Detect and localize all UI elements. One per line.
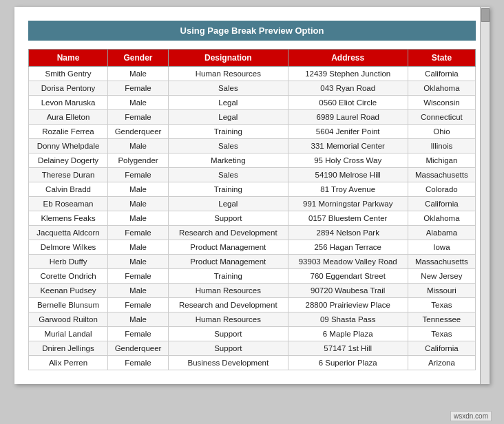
table-cell: Human Resources (169, 67, 288, 81)
table-row: Dorisa PentonyFemaleSales043 Ryan RoadOk… (29, 81, 476, 96)
table-cell: 93903 Meadow Valley Road (288, 255, 408, 269)
col-header-designation: Designation (169, 50, 288, 67)
table-cell: 54190 Melrose Hill (288, 168, 408, 182)
table-cell: Human Resources (169, 284, 288, 298)
table-cell: Alix Perren (29, 356, 108, 370)
table-cell: Training (169, 125, 288, 139)
table-row: Bernelle BlunsumFemaleResearch and Devel… (29, 298, 476, 312)
table-cell: Sales (169, 81, 288, 96)
table-row: Eb RoseamanMaleLegal991 Morningstar Park… (29, 197, 476, 211)
table-cell: 0157 Bluestem Center (288, 211, 408, 226)
table-cell: 331 Memorial Center (288, 139, 408, 153)
table-cell: Male (108, 67, 169, 81)
col-header-state: State (408, 50, 475, 67)
table-row: Klemens FeaksMaleSupport0157 Bluestem Ce… (29, 211, 476, 226)
table-cell: Marketing (169, 153, 288, 168)
table-cell: Research and Development (169, 226, 288, 240)
table-cell: 760 Eggendart Street (288, 269, 408, 284)
table-cell: Female (108, 81, 169, 96)
table-cell: Therese Duran (29, 168, 108, 182)
table-cell: 95 Holy Cross Way (288, 153, 408, 168)
table-cell: Male (108, 240, 169, 255)
table-cell: Product Management (169, 255, 288, 269)
table-cell: Legal (169, 197, 288, 211)
page-title: Using Page Break Preview Option (28, 21, 476, 41)
table-cell: Business Development (169, 356, 288, 370)
table-cell: Female (108, 269, 169, 284)
table-cell: Massachusetts (408, 255, 475, 269)
table-cell: Oklahoma (408, 211, 475, 226)
table-cell: 09 Shasta Pass (288, 312, 408, 327)
page-container: Using Page Break Preview Option Name Gen… (14, 7, 490, 384)
table-cell: Sales (169, 168, 288, 182)
table-cell: Male (108, 284, 169, 298)
table-row: Keenan PudseyMaleHuman Resources90720 Wa… (29, 284, 476, 298)
table-cell: Support (169, 211, 288, 226)
table-row: Murial LandalFemaleSupport6 Maple PlazaT… (29, 327, 476, 341)
table-row: Garwood RuiltonMaleHuman Resources09 Sha… (29, 312, 476, 327)
table-cell: Human Resources (169, 312, 288, 327)
table-cell: California (408, 67, 475, 81)
table-cell: 6 Superior Plaza (288, 356, 408, 370)
table-row: Delainey DogertyPolygenderMarketing95 Ho… (29, 153, 476, 168)
table-cell: Garwood Ruilton (29, 312, 108, 327)
table-cell: California (408, 197, 475, 211)
table-cell: Dorisa Pentony (29, 81, 108, 96)
table-row: Donny WhelpdaleMaleSales331 Memorial Cen… (29, 139, 476, 153)
table-row: Smith GentryMaleHuman Resources12439 Ste… (29, 67, 476, 81)
scrollbar-thumb[interactable] (481, 8, 490, 22)
table-cell: 81 Troy Avenue (288, 182, 408, 197)
table-cell: Female (108, 226, 169, 240)
table-cell: Keenan Pudsey (29, 284, 108, 298)
table-header-row: Name Gender Designation Address State (29, 50, 476, 67)
table-cell: Klemens Feaks (29, 211, 108, 226)
table-cell: Delmore Wilkes (29, 240, 108, 255)
table-cell: Legal (169, 96, 288, 110)
table-cell: Delainey Dogerty (29, 153, 108, 168)
table-cell: Wisconsin (408, 96, 475, 110)
watermark: wsxdn.com (450, 411, 492, 421)
table-cell: 043 Ryan Road (288, 81, 408, 96)
table-cell: 2894 Nelson Park (288, 226, 408, 240)
table-cell: 28800 Prairieview Place (288, 298, 408, 312)
table-cell: Iowa (408, 240, 475, 255)
table-row: Calvin BraddMaleTraining81 Troy AvenueCo… (29, 182, 476, 197)
table-cell: 57147 1st Hill (288, 341, 408, 356)
table-cell: Calvin Bradd (29, 182, 108, 197)
scrollbar[interactable] (480, 7, 490, 384)
table-cell: Massachusetts (408, 168, 475, 182)
table-cell: Support (169, 341, 288, 356)
table-cell: California (408, 341, 475, 356)
table-cell: 90720 Waubesa Trail (288, 284, 408, 298)
col-header-address: Address (288, 50, 408, 67)
table-cell: Genderqueer (108, 125, 169, 139)
table-cell: Levon Maruska (29, 96, 108, 110)
table-cell: Female (108, 327, 169, 341)
table-row: Alix PerrenFemaleBusiness Development6 S… (29, 356, 476, 370)
table-cell: Aura Elleton (29, 110, 108, 125)
table-cell: 0560 Eliot Circle (288, 96, 408, 110)
table-cell: Support (169, 327, 288, 341)
table-row: Levon MaruskaMaleLegal0560 Eliot CircleW… (29, 96, 476, 110)
table-cell: Texas (408, 327, 475, 341)
table-cell: Research and Development (169, 298, 288, 312)
table-cell: Michigan (408, 153, 475, 168)
table-cell: Illinois (408, 139, 475, 153)
table-cell: Jacquetta Aldcorn (29, 226, 108, 240)
table-cell: 6 Maple Plaza (288, 327, 408, 341)
table-cell: Connecticut (408, 110, 475, 125)
table-cell: Donny Whelpdale (29, 139, 108, 153)
table-cell: Genderqueer (108, 341, 169, 356)
table-row: Delmore WilkesMaleProduct Management256 … (29, 240, 476, 255)
table-row: Jacquetta AldcornFemaleResearch and Deve… (29, 226, 476, 240)
table-cell: Sales (169, 139, 288, 153)
table-row: Aura ElletonFemaleLegal6989 Laurel RoadC… (29, 110, 476, 125)
table-cell: Rozalie Ferrea (29, 125, 108, 139)
table-cell: Legal (169, 110, 288, 125)
table-cell: Male (108, 312, 169, 327)
table-cell: Smith Gentry (29, 67, 108, 81)
table-cell: 12439 Stephen Junction (288, 67, 408, 81)
table-cell: Polygender (108, 153, 169, 168)
table-cell: Training (169, 182, 288, 197)
table-cell: Female (108, 356, 169, 370)
